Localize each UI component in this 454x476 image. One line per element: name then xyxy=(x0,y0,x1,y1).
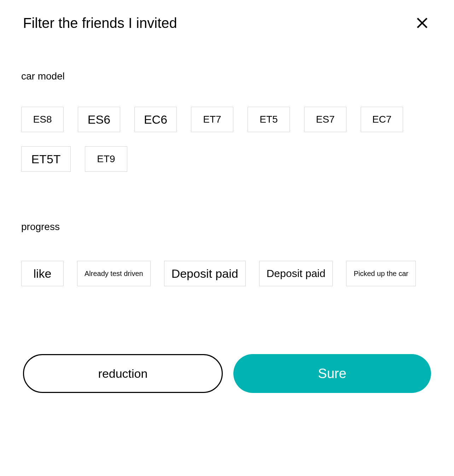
car-chip-et7[interactable]: ET7 xyxy=(191,107,233,132)
progress-chip-test-driven[interactable]: Already test driven xyxy=(77,261,151,286)
progress-options: like Already test driven Deposit paid De… xyxy=(21,261,433,286)
car-chip-ec6[interactable]: EC6 xyxy=(134,107,177,132)
progress-label: progress xyxy=(21,221,433,233)
car-model-label: car model xyxy=(21,71,433,82)
reduction-button[interactable]: reduction xyxy=(23,354,223,393)
car-chip-es7[interactable]: ES7 xyxy=(304,107,347,132)
progress-chip-deposit-2[interactable]: Deposit paid xyxy=(259,261,333,286)
page-title: Filter the friends I invited xyxy=(23,15,177,31)
car-chip-et9[interactable]: ET9 xyxy=(85,146,127,172)
close-button[interactable] xyxy=(413,14,431,32)
car-model-options: ES8 ES6 EC6 ET7 ET5 ES7 EC7 ET5T ET9 xyxy=(21,107,433,172)
close-icon xyxy=(415,16,429,30)
sure-button[interactable]: Sure xyxy=(233,354,431,393)
car-chip-et5[interactable]: ET5 xyxy=(248,107,290,132)
car-chip-es6[interactable]: ES6 xyxy=(78,107,120,132)
car-chip-ec7[interactable]: EC7 xyxy=(361,107,403,132)
car-chip-et5t[interactable]: ET5T xyxy=(21,146,71,172)
progress-chip-deposit-1[interactable]: Deposit paid xyxy=(164,261,246,286)
progress-chip-picked-up[interactable]: Picked up the car xyxy=(346,261,416,286)
car-chip-es8[interactable]: ES8 xyxy=(21,107,64,132)
progress-chip-like[interactable]: like xyxy=(21,261,64,286)
